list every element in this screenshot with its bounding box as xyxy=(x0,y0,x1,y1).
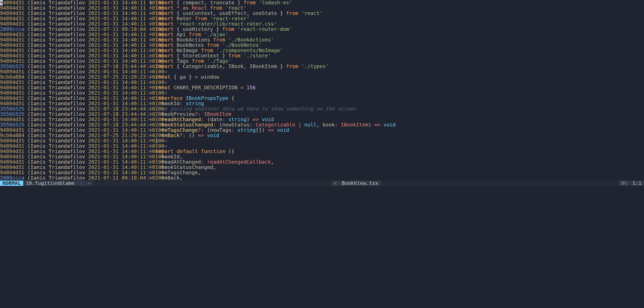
blame-line[interactable]: 94894d31 (Ianis Triandafilov 2021-01-31 … xyxy=(0,101,140,106)
blame-line[interactable]: 3556b525 (Ianis Triandafilov 2021-07-18 … xyxy=(0,122,140,127)
blame-line[interactable]: 94894d31 (Ianis Triandafilov 2021-01-31 … xyxy=(0,0,140,5)
blame-commit-hash[interactable]: 2009ccca xyxy=(0,27,24,32)
blame-line[interactable]: 9cb0a884 (Ianis Triandafilov 2021-07-25 … xyxy=(0,133,140,138)
code-line[interactable]: 25 onTagsChange?: (newTags: string[]) =>… xyxy=(140,127,644,133)
code-line[interactable]: 8import BookActions from './BookActions' xyxy=(140,37,644,42)
blame-line[interactable]: 3556b525 (Ianis Triandafilov 2021-07-18 … xyxy=(0,112,140,117)
blame-line[interactable]: 94894d31 (Ianis Triandafilov 2021-01-31 … xyxy=(0,96,140,101)
blame-commit-hash[interactable]: 94894d31 xyxy=(0,11,24,16)
blame-commit-hash[interactable]: 94894d31 xyxy=(0,143,24,149)
blame-line[interactable]: 3556b525 (Ianis Triandafilov 2021-07-18 … xyxy=(0,106,140,112)
blame-line[interactable]: 94894d31 (Ianis Triandafilov 2021-01-31 … xyxy=(0,149,140,154)
code-line[interactable]: 22 bookPreview?: IBookItem xyxy=(140,112,644,117)
blame-line[interactable]: 2009ccca (Ianis Triandafilov 2021-07-11 … xyxy=(0,175,140,181)
code-line[interactable]: 17const CHARS_PER_DESCRIPTION = 156 xyxy=(140,85,644,90)
code-line[interactable]: 15const { ga } = window xyxy=(140,74,644,80)
blame-line[interactable]: 94894d31 (Ianis Triandafilov 2021-01-31 … xyxy=(0,80,140,85)
blame-commit-hash[interactable]: 94894d31 xyxy=(0,138,24,143)
blame-commit-hash[interactable]: 94894d31 xyxy=(0,165,24,170)
blame-commit-hash[interactable]: 94894d31 xyxy=(0,48,24,53)
code-line[interactable]: 31 readAtChanged: readAtChangedCallback, xyxy=(140,159,644,165)
blame-commit-hash[interactable]: 3556b525 xyxy=(0,112,24,117)
blame-commit-hash[interactable]: 94894d31 xyxy=(0,117,24,122)
blame-line[interactable]: 94894d31 (Ianis Triandafilov 2021-01-31 … xyxy=(0,165,140,170)
code-line[interactable]: 29export default function ({ xyxy=(140,149,644,154)
blame-commit-hash[interactable]: 94894d31 xyxy=(0,69,24,74)
code-line[interactable]: 5import 'react-rater/lib/react-rater.css… xyxy=(140,21,644,27)
blame-commit-hash[interactable]: 9cb0a884 xyxy=(0,74,24,80)
blame-line[interactable]: 94894d31 (Ianis Triandafilov 2021-01-31 … xyxy=(0,69,140,74)
blame-line[interactable]: 94894d31 (Ianis Triandafilov 2021-01-31 … xyxy=(0,154,140,159)
blame-commit-hash[interactable]: 94894d31 xyxy=(0,16,24,21)
code-line[interactable]: 32 bookStatusChanged, xyxy=(140,165,644,170)
blame-line[interactable]: 2009ccca (Ianis Triandafilov 2021-07-11 … xyxy=(0,27,140,32)
blame-commit-hash[interactable]: 94894d31 xyxy=(0,53,24,58)
code-line[interactable]: 16 xyxy=(140,80,644,85)
blame-commit-hash[interactable]: 3556b525 xyxy=(0,64,24,69)
blame-commit-hash[interactable]: 94894d31 xyxy=(0,170,24,175)
code-line[interactable]: 26 onBack?: () => void xyxy=(140,133,644,138)
blame-commit-hash[interactable]: 94894d31 xyxy=(0,5,24,11)
blame-line[interactable]: 94894d31 (Ianis Triandafilov 2021-01-31 … xyxy=(0,159,140,165)
blame-commit-hash[interactable]: 94894d31 xyxy=(0,0,24,5)
code-line[interactable]: 19interface IBookPropsType { xyxy=(140,96,644,101)
code-line[interactable]: 33 onTagsChange, xyxy=(140,170,644,175)
code-line[interactable]: 7import Api from './ajax' xyxy=(140,32,644,37)
blame-commit-hash[interactable]: 3556b525 xyxy=(0,122,24,127)
git-blame-pane[interactable]: 94894d31 (Ianis Triandafilov 2021-01-31 … xyxy=(0,0,140,181)
code-line[interactable]: 18 xyxy=(140,90,644,96)
blame-line[interactable]: 94894d31 (Ianis Triandafilov 2021-01-31 … xyxy=(0,32,140,37)
blame-line[interactable]: 94894d31 (Ianis Triandafilov 2021-01-31 … xyxy=(0,58,140,64)
code-line[interactable]: 9import BookNotes from './BookNotes' xyxy=(140,42,644,48)
blame-line[interactable]: 9cb0a884 (Ianis Triandafilov 2021-07-25 … xyxy=(0,74,140,80)
blame-line[interactable]: 94894d31 (Ianis Triandafilov 2021-01-31 … xyxy=(0,53,140,58)
code-line[interactable]: 28 xyxy=(140,143,644,149)
blame-commit-hash[interactable]: 94894d31 xyxy=(0,127,24,133)
blame-commit-hash[interactable]: 94894d31 xyxy=(0,101,24,106)
blame-line[interactable]: 94894d31 (Ianis Triandafilov 2021-01-31 … xyxy=(0,127,140,133)
blame-commit-hash[interactable]: 94894d31 xyxy=(0,80,24,85)
code-line[interactable]: 20 bookId: string xyxy=(140,101,644,106)
blame-line[interactable]: 94894d31 (Ianis Triandafilov 2021-01-31 … xyxy=(0,11,140,16)
blame-commit-hash[interactable]: 3556b525 xyxy=(0,106,24,112)
code-line[interactable]: 30 bookId, xyxy=(140,154,644,159)
blame-line[interactable]: 3556b525 (Ianis Triandafilov 2021-07-18 … xyxy=(0,64,140,69)
blame-line[interactable]: 94894d31 (Ianis Triandafilov 2021-01-31 … xyxy=(0,85,140,90)
code-line[interactable]: 12import Tags from './Tags' xyxy=(140,58,644,64)
blame-line[interactable]: 94894d31 (Ianis Triandafilov 2021-01-31 … xyxy=(0,16,140,21)
blame-commit-hash[interactable]: 94894d31 xyxy=(0,42,24,48)
code-line[interactable]: 34 onBack, xyxy=(140,175,644,181)
code-line[interactable]: 23 readAtChanged: (date: string) => void xyxy=(140,117,644,122)
blame-line[interactable]: 94894d31 (Ianis Triandafilov 2021-01-31 … xyxy=(0,90,140,96)
code-line[interactable]: 24 bookStatusChanged: (newStatus: Catego… xyxy=(140,122,644,127)
blame-commit-hash[interactable]: 94894d31 xyxy=(0,21,24,27)
blame-commit-hash[interactable]: 94894d31 xyxy=(0,85,24,90)
code-line[interactable]: 4import Rater from 'react-rater' xyxy=(140,16,644,21)
code-line[interactable]: 27} xyxy=(140,138,644,143)
code-line[interactable]: 11import { StoreContext } from './store' xyxy=(140,53,644,58)
blame-line[interactable]: 94894d31 (Ianis Triandafilov 2021-01-31 … xyxy=(0,5,140,11)
blame-line[interactable]: 94894d31 (Ianis Triandafilov 2021-01-31 … xyxy=(0,138,140,143)
blame-line[interactable]: 94894d31 (Ianis Triandafilov 2021-01-31 … xyxy=(0,21,140,27)
blame-commit-hash[interactable]: 94894d31 xyxy=(0,37,24,42)
code-pane[interactable]: 1import { compact, truncate } from 'loda… xyxy=(140,0,644,181)
code-line[interactable]: 10import NoImage from './components/NoIm… xyxy=(140,48,644,53)
blame-line[interactable]: 94894d31 (Ianis Triandafilov 2021-01-31 … xyxy=(0,37,140,42)
blame-commit-hash[interactable]: 94894d31 xyxy=(0,58,24,64)
code-line[interactable]: 21 // passing whatever data we have to s… xyxy=(140,106,644,112)
code-line[interactable]: 6import { useHistory } from 'react-route… xyxy=(140,27,644,32)
blame-commit-hash[interactable]: 94894d31 xyxy=(0,96,24,101)
blame-commit-hash[interactable]: 94894d31 xyxy=(0,159,24,165)
blame-line[interactable]: 94894d31 (Ianis Triandafilov 2021-01-31 … xyxy=(0,42,140,48)
code-line[interactable]: 13import { Categorizable, IBook, IBookIt… xyxy=(140,64,644,69)
blame-line[interactable]: 94894d31 (Ianis Triandafilov 2021-01-31 … xyxy=(0,143,140,149)
code-line[interactable]: 3import { useContext, useEffect, useStat… xyxy=(140,11,644,16)
blame-commit-hash[interactable]: 94894d31 xyxy=(0,32,24,37)
blame-line[interactable]: 94894d31 (Ianis Triandafilov 2021-01-31 … xyxy=(0,48,140,53)
blame-commit-hash[interactable]: 94894d31 xyxy=(0,154,24,159)
blame-commit-hash[interactable]: 94894d31 xyxy=(0,90,24,96)
code-line[interactable]: 14 xyxy=(140,69,644,74)
blame-line[interactable]: 94894d31 (Ianis Triandafilov 2021-01-31 … xyxy=(0,117,140,122)
blame-line[interactable]: 94894d31 (Ianis Triandafilov 2021-01-31 … xyxy=(0,170,140,175)
blame-commit-hash[interactable]: 9cb0a884 xyxy=(0,133,24,138)
